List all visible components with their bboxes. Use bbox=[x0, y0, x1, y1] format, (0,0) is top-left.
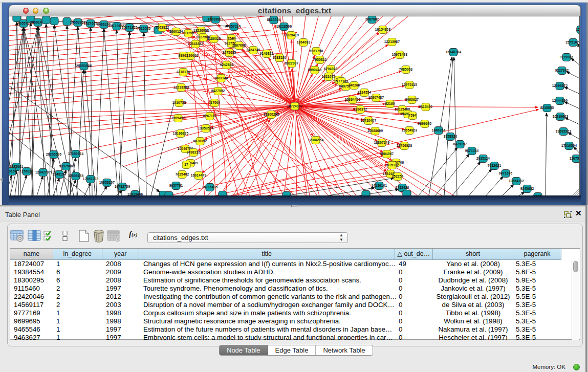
svg-text:17: 17 bbox=[184, 163, 188, 166]
svg-text:16782759: 16782759 bbox=[115, 185, 130, 188]
svg-text:7515526: 7515526 bbox=[137, 27, 151, 30]
svg-text:17957223: 17957223 bbox=[83, 177, 99, 181]
svg-text:12975115: 12975115 bbox=[402, 83, 417, 86]
svg-text:19692971: 19692971 bbox=[556, 129, 572, 133]
svg-text:12505135: 12505135 bbox=[68, 174, 84, 178]
svg-text:9397588: 9397588 bbox=[59, 164, 73, 168]
svg-text:9699695: 9699695 bbox=[418, 122, 432, 125]
svg-text:9084067: 9084067 bbox=[380, 152, 394, 156]
svg-text:9152: 9152 bbox=[534, 194, 541, 196]
svg-text:9129966: 9129966 bbox=[560, 55, 574, 59]
svg-text:14136141: 14136141 bbox=[372, 184, 387, 187]
svg-text:39154: 39154 bbox=[9, 169, 17, 173]
svg-text:20053346: 20053346 bbox=[76, 64, 92, 68]
svg-text:18724007: 18724007 bbox=[287, 104, 303, 107]
svg-text:1527602: 1527602 bbox=[84, 21, 98, 25]
svg-text:1615132: 1615132 bbox=[385, 163, 399, 167]
svg-text:6794028: 6794028 bbox=[324, 67, 338, 71]
svg-text:15751074: 15751074 bbox=[565, 40, 580, 44]
svg-text:12923446: 12923446 bbox=[127, 192, 143, 196]
svg-text:10807487: 10807487 bbox=[368, 96, 384, 99]
svg-text:10958107: 10958107 bbox=[99, 181, 115, 184]
svg-text:16914479: 16914479 bbox=[191, 173, 207, 177]
svg-text:8322037: 8322037 bbox=[285, 61, 299, 65]
svg-text:7594: 7594 bbox=[408, 114, 416, 117]
svg-text:98963: 98963 bbox=[178, 54, 188, 57]
svg-text:11127: 11127 bbox=[576, 28, 580, 31]
svg-text:10543382: 10543382 bbox=[188, 42, 204, 46]
svg-text:8678352: 8678352 bbox=[193, 139, 207, 143]
svg-text:6961758: 6961758 bbox=[310, 49, 323, 53]
svg-text:8186328: 8186328 bbox=[207, 37, 221, 40]
svg-text:10973493: 10973493 bbox=[392, 53, 408, 56]
svg-text:2935114: 2935114 bbox=[476, 157, 490, 160]
svg-text:15720407: 15720407 bbox=[361, 119, 377, 122]
svg-text:8267110: 8267110 bbox=[203, 114, 217, 118]
svg-text:10654112: 10654112 bbox=[509, 179, 524, 183]
svg-text:2803144: 2803144 bbox=[214, 76, 228, 80]
svg-text:7563822: 7563822 bbox=[156, 26, 169, 29]
svg-text:9474444: 9474444 bbox=[465, 149, 479, 152]
svg-text:8990448: 8990448 bbox=[308, 68, 322, 72]
svg-text:12444190: 12444190 bbox=[552, 99, 568, 102]
svg-text:9245652: 9245652 bbox=[520, 187, 534, 190]
svg-text:7625402: 7625402 bbox=[176, 172, 189, 176]
svg-text:1640954: 1640954 bbox=[432, 128, 446, 132]
svg-text:19218506: 19218506 bbox=[276, 25, 292, 28]
svg-text:19756928: 19756928 bbox=[397, 144, 412, 147]
svg-text:18807249: 18807249 bbox=[374, 141, 390, 144]
svg-text:8427552: 8427552 bbox=[211, 89, 225, 93]
svg-text:9227342: 9227342 bbox=[555, 69, 569, 72]
svg-text:16154808: 16154808 bbox=[375, 28, 391, 31]
svg-text:20364456: 20364456 bbox=[345, 98, 361, 101]
svg-text:9146821: 9146821 bbox=[260, 52, 274, 55]
svg-text:3498222: 3498222 bbox=[187, 150, 201, 154]
svg-text:17359924: 17359924 bbox=[68, 152, 84, 156]
svg-text:19654923: 19654923 bbox=[402, 128, 418, 132]
svg-text:11325419: 11325419 bbox=[284, 33, 299, 37]
svg-text:417004: 417004 bbox=[209, 101, 221, 104]
svg-text:1010755: 1010755 bbox=[172, 101, 186, 104]
svg-text:12942737: 12942737 bbox=[35, 170, 51, 174]
svg-text:7955812: 7955812 bbox=[313, 58, 327, 61]
svg-text:12384554: 12384554 bbox=[308, 138, 324, 142]
svg-text:9463627: 9463627 bbox=[405, 98, 419, 101]
svg-text:3824554: 3824554 bbox=[358, 91, 372, 94]
svg-text:7632621: 7632621 bbox=[488, 164, 502, 167]
svg-text:252254: 252254 bbox=[392, 174, 404, 178]
svg-text:8958926: 8958926 bbox=[444, 135, 458, 138]
svg-text:17016504: 17016504 bbox=[561, 144, 577, 147]
svg-text:3675685: 3675685 bbox=[223, 51, 236, 54]
svg-text:9115460: 9115460 bbox=[419, 105, 433, 108]
svg-text:13353504: 13353504 bbox=[198, 126, 214, 130]
svg-text:2867608: 2867608 bbox=[232, 43, 246, 47]
svg-text:8660124: 8660124 bbox=[169, 30, 183, 33]
svg-text:6479197: 6479197 bbox=[453, 142, 467, 146]
svg-text:18300295: 18300295 bbox=[264, 113, 279, 116]
svg-text:1621072: 1621072 bbox=[322, 75, 336, 78]
svg-text:16033809: 16033809 bbox=[208, 17, 224, 21]
svg-text:12213383: 12213383 bbox=[173, 85, 189, 89]
svg-text:10688609: 10688609 bbox=[367, 129, 383, 133]
svg-text:1145194: 1145194 bbox=[53, 172, 67, 176]
svg-text:7485063: 7485063 bbox=[399, 68, 413, 71]
svg-text:19166825: 19166825 bbox=[173, 132, 189, 135]
svg-text:1864093: 1864093 bbox=[297, 40, 311, 44]
svg-text:15716485: 15716485 bbox=[202, 185, 218, 189]
svg-text:9242848: 9242848 bbox=[220, 63, 234, 67]
svg-text:1167533: 1167533 bbox=[570, 157, 580, 160]
svg-text:7357224: 7357224 bbox=[227, 25, 241, 28]
svg-text:891295: 891295 bbox=[183, 31, 194, 35]
svg-text:2718176: 2718176 bbox=[177, 70, 190, 74]
svg-text:13226058: 13226058 bbox=[193, 29, 209, 32]
svg-text:8813054: 8813054 bbox=[267, 18, 281, 21]
svg-text:8454749: 8454749 bbox=[247, 48, 260, 52]
svg-text:1156829: 1156829 bbox=[20, 169, 34, 173]
svg-text:1733426: 1733426 bbox=[396, 186, 409, 189]
svg-text:2087682: 2087682 bbox=[365, 17, 379, 21]
svg-text:1588520: 1588520 bbox=[273, 56, 287, 59]
svg-text:62160: 62160 bbox=[385, 102, 395, 105]
svg-text:16648784: 16648784 bbox=[446, 50, 462, 54]
svg-text:8215955: 8215955 bbox=[540, 106, 554, 110]
svg-text:9657791: 9657791 bbox=[169, 184, 183, 187]
